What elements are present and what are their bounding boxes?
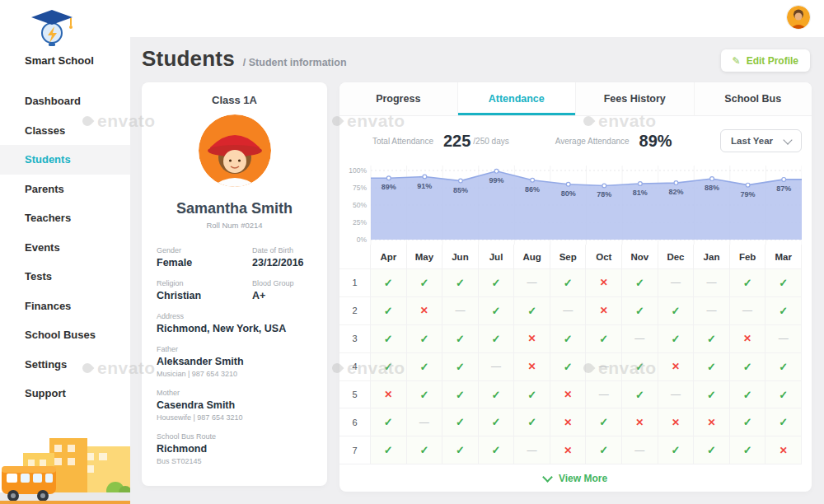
svg-text:82%: 82% bbox=[668, 188, 683, 196]
cross-mark: ✕ bbox=[658, 353, 695, 381]
field-row: MotherCasendra SmithHousewife | 987 654 … bbox=[157, 389, 312, 422]
total-attendance-suffix: /250 days bbox=[473, 137, 508, 146]
page-header: Students/ Student information bbox=[142, 46, 347, 72]
user-avatar[interactable] bbox=[787, 6, 810, 29]
student-avatar bbox=[199, 114, 271, 187]
check-mark: ✓ bbox=[694, 353, 730, 381]
tab-progress[interactable]: Progress bbox=[339, 82, 458, 115]
table-row: 5✕✓✓✓✓✕—✓—✓✓✓ bbox=[339, 381, 802, 409]
field-value: Richmond, New York, USA bbox=[157, 323, 286, 334]
check-mark: ✓ bbox=[765, 408, 802, 436]
cross-mark: ✕ bbox=[694, 408, 730, 436]
tab-school-bus[interactable]: School Bus bbox=[695, 82, 812, 115]
check-mark: ✓ bbox=[586, 408, 622, 436]
profile-fields: GenderFemaleDate of Birth23/12/2016Relig… bbox=[142, 230, 327, 465]
table-header-row: AprMayJunJulAugSepOctNovDecJanFebMar bbox=[339, 245, 802, 269]
field-label: Mother bbox=[157, 389, 247, 397]
field-label: Address bbox=[157, 312, 286, 320]
cross-mark: ✕ bbox=[550, 408, 587, 436]
check-mark: ✓ bbox=[442, 269, 479, 297]
student-roll-number: Roll Num #0214 bbox=[142, 221, 327, 230]
field-father: FatherAleksander SmithMusician | 987 654… bbox=[157, 345, 252, 378]
attendance-chart: 89%91%85%99%86%80%78%81%82%88%79%87% bbox=[339, 166, 802, 245]
y-axis-label: 100% bbox=[339, 166, 367, 175]
city-bus-illustration bbox=[0, 422, 130, 504]
cross-mark: ✕ bbox=[586, 297, 622, 325]
svg-text:99%: 99% bbox=[489, 176, 504, 184]
year-filter-dropdown[interactable]: Last Year bbox=[720, 129, 802, 152]
check-mark: ✓ bbox=[765, 353, 802, 381]
cross-mark: ✕ bbox=[730, 325, 766, 353]
sidebar-item-classes[interactable]: Classes bbox=[0, 116, 130, 146]
year-filter-value: Last Year bbox=[731, 136, 773, 146]
month-header-dec: Dec bbox=[658, 245, 695, 269]
tab-attendance[interactable]: Attendance bbox=[458, 82, 577, 115]
tab-fees-history[interactable]: Fees History bbox=[576, 82, 695, 115]
check-mark: ✓ bbox=[442, 408, 479, 436]
table-row: 6✓—✓✓✓✕✓✕✕✕✓✓ bbox=[339, 408, 802, 436]
dash-mark: — bbox=[442, 297, 479, 325]
svg-text:88%: 88% bbox=[705, 184, 719, 192]
check-mark: ✓ bbox=[694, 381, 730, 409]
field-subtext: Housewife | 987 654 3210 bbox=[157, 413, 247, 422]
edit-profile-button[interactable]: ✎ Edit Profile bbox=[721, 49, 810, 72]
row-number: 3 bbox=[339, 325, 371, 353]
check-mark: ✓ bbox=[622, 297, 658, 325]
sidebar-item-events[interactable]: Events bbox=[0, 233, 130, 263]
field-label: Gender bbox=[157, 246, 247, 254]
svg-text:87%: 87% bbox=[776, 184, 791, 193]
check-mark: ✓ bbox=[730, 269, 766, 297]
check-mark: ✓ bbox=[622, 353, 658, 381]
month-header-feb: Feb bbox=[730, 245, 766, 269]
dash-mark: — bbox=[586, 353, 622, 381]
average-attendance-label: Average Attendance bbox=[555, 137, 630, 146]
check-mark: ✓ bbox=[765, 381, 802, 409]
field-school-bus-route: School Bus RouteRichmondBus ST02145 bbox=[157, 432, 252, 465]
dash-mark: — bbox=[514, 436, 550, 464]
check-mark: ✓ bbox=[550, 269, 587, 297]
cross-mark: ✕ bbox=[550, 436, 587, 464]
check-mark: ✓ bbox=[371, 297, 407, 325]
class-label: Class 1A bbox=[142, 82, 327, 106]
view-more-button[interactable]: View More bbox=[339, 464, 812, 492]
total-attendance-label: Total Attendance bbox=[372, 137, 433, 146]
sidebar-item-teachers[interactable]: Teachers bbox=[0, 203, 130, 233]
svg-text:81%: 81% bbox=[633, 189, 648, 197]
field-religion: ReligionChristian bbox=[157, 279, 252, 301]
check-mark: ✓ bbox=[622, 269, 658, 297]
row-number: 1 bbox=[339, 269, 371, 297]
app-logo: Smart School bbox=[0, 0, 130, 67]
field-row: ReligionChristianBlood GroupA+ bbox=[157, 279, 312, 301]
sidebar-item-support[interactable]: Support bbox=[0, 379, 130, 408]
svg-text:80%: 80% bbox=[561, 189, 576, 198]
cross-mark: ✕ bbox=[514, 325, 550, 353]
row-number: 6 bbox=[339, 408, 371, 436]
check-mark: ✓ bbox=[371, 353, 407, 381]
month-header-oct: Oct bbox=[586, 245, 622, 269]
check-mark: ✓ bbox=[730, 408, 766, 436]
field-value: Christian bbox=[157, 290, 247, 301]
check-mark: ✓ bbox=[694, 325, 730, 353]
field-subtext: Musician | 987 654 3210 bbox=[157, 370, 247, 378]
cross-mark: ✕ bbox=[371, 381, 407, 409]
check-mark: ✓ bbox=[407, 269, 443, 297]
sidebar-item-tests[interactable]: Tests bbox=[0, 262, 130, 292]
check-mark: ✓ bbox=[730, 353, 766, 381]
check-mark: ✓ bbox=[479, 408, 515, 436]
cross-mark: ✕ bbox=[514, 353, 550, 381]
sidebar-item-students[interactable]: Students bbox=[0, 145, 130, 175]
field-gender: GenderFemale bbox=[157, 246, 252, 268]
cross-mark: ✕ bbox=[765, 436, 802, 464]
chevron-down-icon bbox=[783, 135, 792, 144]
sidebar-item-school-buses[interactable]: School Buses bbox=[0, 320, 130, 350]
sidebar-item-dashboard[interactable]: Dashboard bbox=[0, 86, 130, 116]
attendance-chart-area: 89%91%85%99%86%80%78%81%82%88%79%87%100%… bbox=[339, 166, 802, 245]
month-header-jul: Jul bbox=[479, 245, 515, 269]
dash-mark: — bbox=[658, 381, 695, 409]
svg-text:79%: 79% bbox=[741, 190, 756, 198]
sidebar-item-settings[interactable]: Settings bbox=[0, 350, 130, 380]
dash-mark: — bbox=[730, 297, 766, 325]
sidebar-item-parents[interactable]: Parents bbox=[0, 175, 130, 204]
sidebar-item-finances[interactable]: Finances bbox=[0, 292, 130, 321]
student-detail-panel: ProgressAttendanceFees HistorySchool Bus… bbox=[339, 82, 812, 492]
